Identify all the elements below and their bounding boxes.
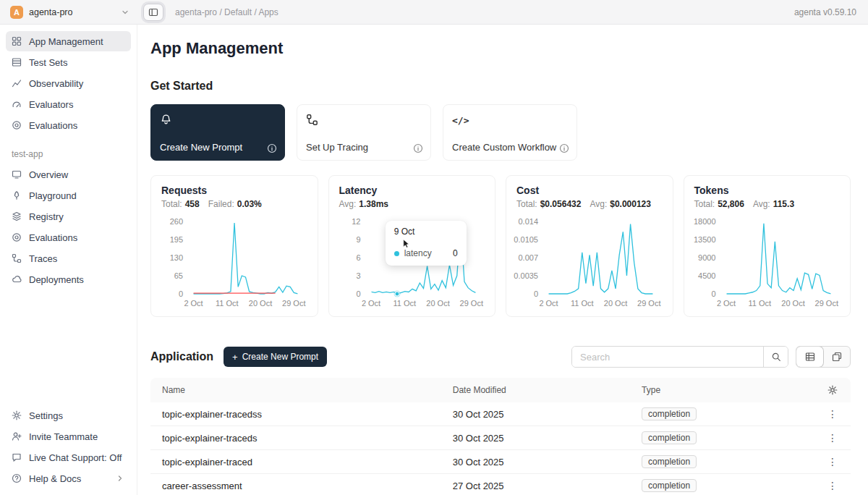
sidebar-item-help-docs[interactable]: Help & Docs xyxy=(6,468,131,488)
sidebar-item-invite-teammate[interactable]: Invite Teammate xyxy=(6,426,131,447)
metric-card-latency: LatencyAvg:1.38ms1296309 Octlatency02 Oc… xyxy=(328,175,496,317)
metric-stat-value: 52,806 xyxy=(718,199,744,209)
sidebar-item-label: Deployments xyxy=(29,274,84,285)
sidebar-item-observability[interactable]: Observability xyxy=(6,73,131,93)
sidebar-item-label: Playground xyxy=(29,190,77,201)
tooltip-series-name: latency xyxy=(404,248,432,258)
help-icon xyxy=(12,473,22,483)
playground-icon xyxy=(12,190,22,200)
metric-title: Tokens xyxy=(694,185,841,196)
chart-plot xyxy=(722,221,841,295)
column-header-type: Type xyxy=(630,385,794,395)
tooltip-value: 0 xyxy=(441,248,458,258)
chevron-right-icon xyxy=(115,473,125,483)
start-card-label: Create New Prompt xyxy=(160,142,242,153)
breadcrumb[interactable]: agenta-pro / Default / Apps xyxy=(175,7,278,17)
sidebar-item-traces[interactable]: Traces xyxy=(6,248,131,268)
metric-stat-value: $0.000123 xyxy=(610,199,651,209)
code-icon: </> xyxy=(452,114,469,126)
workspace-name: agenta-pro xyxy=(29,7,72,17)
table-row[interactable]: career-assessment27 Oct 2025completion⋮ xyxy=(150,474,851,495)
start-card-label: Set Up Tracing xyxy=(306,142,368,153)
info-icon[interactable] xyxy=(413,143,423,153)
search-button[interactable] xyxy=(763,347,788,367)
chart-area: 1800013500900045000 xyxy=(694,221,841,295)
tracing-icon xyxy=(306,114,422,126)
metric-stat-value: $0.056432 xyxy=(540,199,582,209)
workspace-selector[interactable]: A agenta-pro xyxy=(0,6,137,19)
observability-icon xyxy=(12,78,22,88)
sidebar-item-overview[interactable]: Overview xyxy=(6,164,131,185)
sidebar-item-settings[interactable]: Settings xyxy=(6,405,131,426)
cell-date-modified: 30 Oct 2025 xyxy=(441,433,630,444)
y-tick-label: 0.007 xyxy=(518,253,538,262)
y-tick-label: 65 xyxy=(174,271,183,280)
kebab-menu-icon[interactable]: ⋮ xyxy=(827,409,838,419)
create-new-prompt-button[interactable]: + Create New Prompt xyxy=(224,347,327,367)
metric-title: Requests xyxy=(161,185,307,196)
y-tick-label: 0.014 xyxy=(518,217,538,226)
start-card-create-new-prompt[interactable]: Create New Prompt xyxy=(150,104,285,161)
sidebar-item-playground[interactable]: Playground xyxy=(6,185,131,206)
cell-type: completion xyxy=(630,479,794,492)
x-tick-label: 29 Oct xyxy=(460,299,483,308)
table-view-button[interactable] xyxy=(796,347,823,367)
sidebar-item-label: Live Chat Support: Off xyxy=(29,452,122,463)
gear-icon[interactable] xyxy=(827,385,838,395)
x-tick-label: 11 Oct xyxy=(748,299,771,308)
sidebar-toggle-button[interactable] xyxy=(143,4,163,21)
sidebar-item-registry[interactable]: Registry xyxy=(6,206,131,227)
sidebar-item-evaluations[interactable]: Evaluations xyxy=(6,115,131,135)
chart-line-svg xyxy=(189,221,307,295)
sidebar-item-evaluators[interactable]: Evaluators xyxy=(6,94,131,114)
top-bar: A agenta-pro agenta-pro / Default / Apps… xyxy=(0,0,868,25)
card-view-button[interactable] xyxy=(823,347,850,367)
metric-stat: Total:458 xyxy=(161,199,200,209)
y-tick-label: 18000 xyxy=(694,217,716,226)
sidebar-item-label: App Management xyxy=(29,36,103,47)
sidebar-item-deployments[interactable]: Deployments xyxy=(6,269,131,289)
y-tick-label: 6 xyxy=(356,253,360,262)
kebab-menu-icon[interactable]: ⋮ xyxy=(827,481,838,491)
start-card-set-up-tracing[interactable]: Set Up Tracing xyxy=(297,104,431,161)
sidebar-item-test-sets[interactable]: Test Sets xyxy=(6,52,131,72)
table-row[interactable]: topic-explainer-traceds30 Oct 2025comple… xyxy=(150,426,851,450)
sidebar-item-live-chat-support-off[interactable]: Live Chat Support: Off xyxy=(6,447,131,468)
cell-type: completion xyxy=(630,455,794,468)
y-axis-labels: 129630 xyxy=(339,221,367,295)
y-tick-label: 0 xyxy=(356,289,360,298)
registry-icon xyxy=(12,211,22,221)
get-started-heading: Get Started xyxy=(150,80,851,93)
metric-title: Latency xyxy=(339,185,485,196)
chart-line-svg xyxy=(722,221,841,295)
table-row[interactable]: topic-explainer-tracedss30 Oct 2025compl… xyxy=(150,402,851,426)
y-tick-label: 0 xyxy=(711,289,715,298)
y-tick-label: 9 xyxy=(356,235,360,244)
overview-icon xyxy=(12,169,22,179)
sidebar-item-app-management[interactable]: App Management xyxy=(6,31,131,51)
search-input[interactable] xyxy=(572,347,763,367)
deployments-icon xyxy=(12,274,22,284)
traces-icon xyxy=(12,253,22,263)
chart-area: 0.0140.01050.0070.00350 xyxy=(516,221,663,295)
info-icon[interactable] xyxy=(559,143,569,153)
start-card-create-custom-workflow[interactable]: </>Create Custom Workflow xyxy=(443,104,577,161)
workspace-avatar: A xyxy=(10,6,23,19)
series-cost xyxy=(549,224,653,294)
sidebar-item-label: Help & Docs xyxy=(29,473,81,484)
sidebar-item-evaluations[interactable]: Evaluations xyxy=(6,227,131,248)
kebab-menu-icon[interactable]: ⋮ xyxy=(827,457,838,467)
applications-table: NameDate ModifiedType topic-explainer-tr… xyxy=(150,378,851,495)
x-tick-label: 2 Oct xyxy=(184,299,203,308)
cell-name: topic-explainer-tracedss xyxy=(150,409,441,420)
info-icon[interactable] xyxy=(267,143,277,153)
chart-plot: 9 Octlatency0 xyxy=(367,221,485,295)
kebab-menu-icon[interactable]: ⋮ xyxy=(827,433,838,443)
series-tokens xyxy=(726,224,830,294)
metric-stat-label: Avg: xyxy=(590,199,607,209)
table-row[interactable]: topic-explainer-traced30 Oct 2025complet… xyxy=(150,450,851,474)
x-tick-label: 20 Oct xyxy=(249,299,272,308)
get-started-cards: Create New PromptSet Up Tracing</>Create… xyxy=(150,104,851,161)
x-axis-labels: 2 Oct11 Oct20 Oct29 Oct xyxy=(544,299,663,310)
y-tick-label: 0 xyxy=(534,289,538,298)
